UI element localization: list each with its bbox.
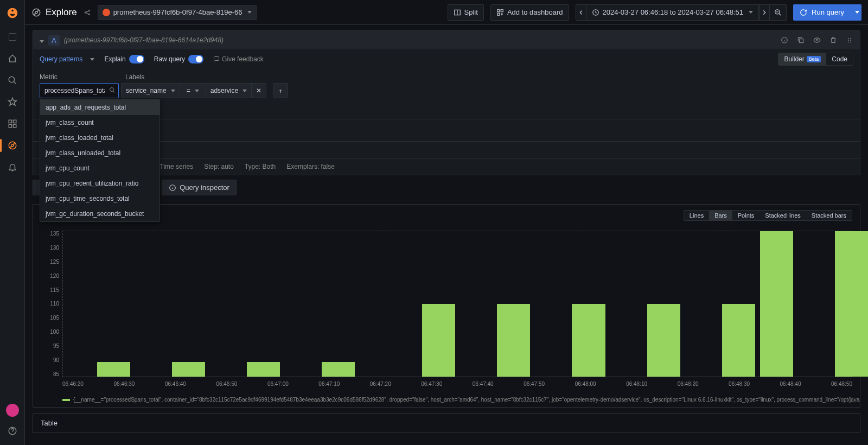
explain-label: Explain [104, 55, 125, 63]
tab-stacked-bars[interactable]: Stacked bars [806, 211, 852, 220]
breadcrumb: Explore [31, 7, 77, 18]
builder-tab[interactable]: BuilderBeta [778, 53, 826, 65]
tab-bars[interactable]: Bars [709, 211, 732, 220]
add-label-button[interactable]: + [273, 83, 288, 98]
svg-point-22 [848, 40, 849, 41]
chevron-down-icon [247, 11, 252, 14]
metric-input[interactable] [40, 83, 119, 98]
metric-label: Metric [40, 73, 119, 81]
grafana-logo-icon[interactable] [4, 4, 21, 22]
svg-point-26 [110, 88, 114, 92]
legend: {__name__="processedSpans_total", contai… [33, 395, 860, 407]
query-id: (prometheus-997fcf6b-0f97-4bae-819e-6614… [64, 36, 224, 44]
chevron-down-icon [855, 11, 859, 14]
bar [572, 304, 605, 377]
bar [422, 304, 455, 377]
tab-points[interactable]: Points [732, 211, 760, 220]
time-back-button[interactable] [576, 4, 586, 21]
bar [97, 362, 130, 377]
svg-point-23 [850, 40, 851, 41]
svg-point-19 [816, 39, 818, 41]
label-remove-button[interactable]: ✕ [252, 83, 266, 98]
svg-rect-13 [501, 9, 503, 11]
collapse-icon[interactable] [37, 36, 44, 44]
dropdown-item[interactable]: jvm_class_unloaded_total [40, 145, 159, 161]
query-patterns-button[interactable]: Query patterns [40, 55, 94, 63]
svg-point-20 [848, 38, 849, 39]
svg-rect-12 [497, 9, 500, 11]
trash-icon[interactable] [827, 34, 839, 46]
drag-icon[interactable] [844, 34, 856, 46]
svg-point-10 [88, 14, 90, 15]
star-icon[interactable] [4, 93, 21, 111]
tab-stacked-lines[interactable]: Stacked lines [760, 211, 806, 220]
explore-icon[interactable] [4, 137, 21, 154]
label-key-select[interactable]: service_name [121, 83, 180, 98]
svg-rect-2 [13, 120, 16, 123]
dropdown-item[interactable]: jvm_class_loaded_total [40, 130, 159, 145]
metric-dropdown: app_ads_ad_requests_total jvm_class_coun… [40, 99, 160, 222]
sidebar-open-icon[interactable] [4, 28, 21, 46]
share-icon[interactable] [84, 9, 91, 16]
raw-query-toggle[interactable] [188, 55, 203, 63]
bar [322, 362, 355, 377]
tab-lines[interactable]: Lines [684, 211, 709, 220]
run-query-dropdown[interactable] [851, 4, 861, 21]
query-inspector-button[interactable]: Query inspector [162, 180, 237, 195]
legend-swatch [62, 399, 70, 401]
time-forward-button[interactable] [759, 4, 770, 21]
svg-point-25 [850, 42, 851, 43]
dropdown-item[interactable]: jvm_class_count [40, 115, 159, 130]
labels-label: Labels [125, 73, 144, 81]
split-button[interactable]: Split [448, 4, 484, 21]
query-header: A (prometheus-997fcf6b-0f97-4bae-819e-66… [33, 31, 860, 49]
bar [247, 362, 280, 377]
avatar[interactable] [6, 404, 19, 417]
y-axis: 135130125120115110105100959085 [41, 231, 59, 377]
topbar: Explore prometheus-997fcf6b-0f97-4bae-81… [25, 0, 868, 25]
search-icon [109, 87, 116, 93]
home-icon[interactable] [4, 50, 21, 67]
explain-toggle[interactable] [129, 55, 144, 63]
chart-area[interactable]: 135130125120115110105100959085 06:46:200… [33, 226, 860, 395]
query-row: A (prometheus-997fcf6b-0f97-4bae-819e-66… [33, 30, 860, 175]
add-to-dashboard-button[interactable]: Add to dashboard [490, 4, 569, 21]
zoom-out-button[interactable] [770, 4, 787, 21]
feedback-link[interactable]: Give feedback [213, 55, 264, 63]
dropdown-item[interactable]: jvm_cpu_recent_utilization_ratio [40, 176, 159, 191]
svg-point-7 [33, 9, 40, 16]
dropdown-item[interactable]: jvm_cpu_count [40, 161, 159, 176]
graph-panel: Graph Lines Bars Points Stacked lines St… [33, 204, 860, 408]
svg-rect-3 [9, 125, 11, 128]
info-icon[interactable] [778, 34, 790, 46]
apps-icon[interactable] [4, 115, 21, 132]
time-range-button[interactable]: 2024-03-27 06:46:18 to 2024-03-27 06:48:… [586, 4, 760, 21]
code-tab[interactable]: Code [826, 53, 853, 65]
copy-icon[interactable] [795, 34, 807, 46]
svg-rect-1 [9, 120, 11, 123]
dropdown-item[interactable]: app_ads_ad_requests_total [40, 100, 159, 115]
bar [722, 304, 755, 377]
plot-area [62, 231, 852, 377]
help-icon[interactable] [4, 422, 21, 440]
label-filter: service_name = adservice ✕ [121, 83, 266, 98]
time-range-group: 2024-03-27 06:46:18 to 2024-03-27 06:48:… [576, 4, 787, 21]
label-value-select[interactable]: adservice [206, 83, 252, 98]
label-op-select[interactable]: = [180, 83, 206, 98]
search-icon[interactable] [4, 72, 21, 89]
svg-rect-14 [497, 13, 500, 15]
query-letter[interactable]: A [48, 35, 60, 46]
mode-tabs: BuilderBeta Code [778, 53, 853, 66]
bar [835, 231, 868, 377]
bar [647, 304, 680, 377]
dropdown-item[interactable]: jvm_cpu_time_seconds_total [40, 191, 159, 206]
page-title: Explore [46, 7, 77, 18]
run-query-button[interactable]: Run query [793, 4, 851, 21]
compass-icon [31, 8, 41, 17]
datasource-picker[interactable]: prometheus-997fcf6b-0f97-4bae-819e-66 [98, 5, 257, 20]
bell-icon[interactable] [4, 158, 21, 176]
eye-icon[interactable] [811, 34, 823, 46]
x-axis: 06:46:2006:46:3006:46:4006:46:5006:47:00… [62, 381, 852, 387]
dropdown-item[interactable]: jvm_gc_duration_seconds_bucket [40, 206, 159, 221]
svg-point-24 [848, 42, 849, 43]
